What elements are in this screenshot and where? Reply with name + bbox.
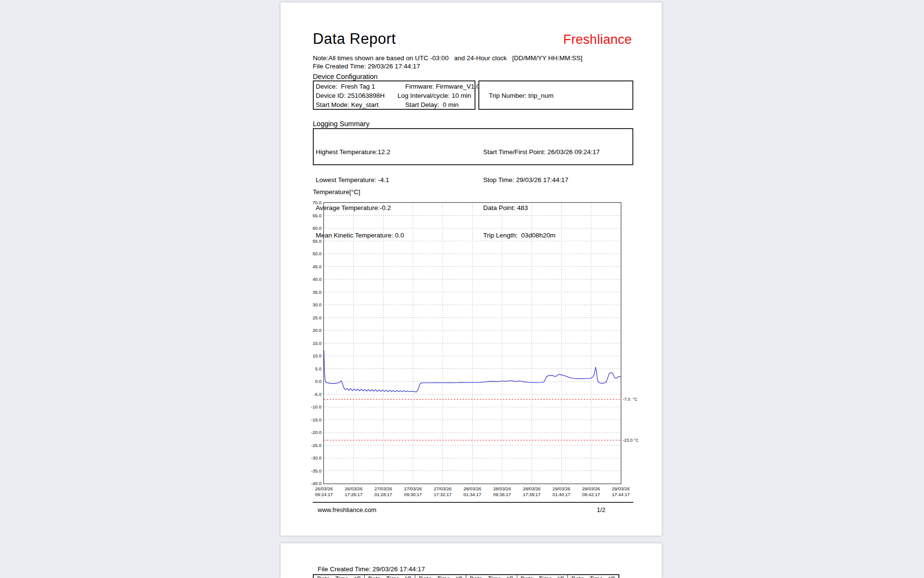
table-header-cell: DateTime°C	[415, 575, 466, 578]
date-column-label: Date	[470, 576, 482, 578]
y-axis-tick-label: 25.0	[301, 315, 321, 320]
y-axis-tick-label: 30.0	[301, 302, 321, 307]
date-column-label: Date	[368, 576, 381, 578]
data-table-header: DateTime°CDateTime°CDateTime°CDateTime°C…	[313, 574, 619, 578]
start-mode-label: Start Mode: Key_start	[316, 100, 405, 109]
file-created-line-page2: File Created Time: 29/03/26 17:44:17	[318, 565, 425, 573]
device-config-heading: Device Configuration	[313, 73, 378, 80]
stop-time: Stop Time: 29/03/26 17:44:17	[483, 175, 600, 184]
time-column-label: Time	[335, 576, 348, 578]
x-axis-tick-label: 28/03/2617:38:17	[517, 486, 547, 497]
x-axis-time-label: 01:40:17	[547, 492, 577, 498]
x-axis-tick-label: 28/03/2601:34:17	[458, 486, 488, 497]
y-axis-tick-label: 0.0	[301, 379, 321, 384]
footer-website-link[interactable]: www.freshliance.com	[318, 506, 376, 513]
date-column-label: Date	[521, 576, 533, 578]
temp-column-label: °C	[405, 576, 411, 578]
y-axis-tick-label: -20.0	[301, 430, 321, 435]
y-axis-tick-label: 50.0	[301, 251, 321, 256]
y-axis-tick-label: -25.0	[301, 443, 321, 448]
time-column-label: Time	[437, 576, 450, 578]
brand-logo-text: Freshliance	[563, 32, 632, 47]
date-column-label: Date	[571, 576, 584, 578]
x-axis-date-label: 28/03/26	[487, 486, 517, 492]
temp-column-label: °C	[557, 576, 564, 578]
x-axis-date-label: 27/03/26	[398, 486, 428, 492]
time-column-label: Time	[590, 576, 603, 578]
y-axis-tick-label: 35.0	[301, 290, 321, 295]
chart-title: Temperature[°C]	[313, 188, 360, 196]
lowest-temperature: Lowest Temperature: -4.1	[316, 175, 404, 184]
x-axis-time-label: 17:26:17	[339, 492, 369, 498]
device-config-row: Start Mode: Key_start Start Delay: 0 min	[316, 100, 473, 109]
x-axis-time-label: 09:24:17	[309, 492, 339, 498]
temp-column-label: °C	[456, 576, 462, 578]
x-axis-tick-label: 27/03/2601:28:17	[368, 486, 398, 497]
x-axis-tick-label: 29/03/2617:44:17	[606, 486, 636, 497]
temperature-line	[324, 350, 621, 392]
x-axis-date-label: 28/03/26	[458, 486, 488, 492]
log-interval-label: Log Interval/cycle: 10 min	[398, 91, 473, 100]
device-id-label: Device ID: 251063898H	[316, 91, 398, 100]
x-axis-time-label: 01:34:17	[458, 492, 488, 498]
timezone-note: Note:All times shown are based on UTC -0…	[313, 54, 582, 62]
x-axis-tick-label: 28/03/2609:36:17	[487, 486, 517, 497]
x-axis-tick-label: 27/03/2609:30:17	[398, 486, 428, 497]
x-axis-tick-label: 27/03/2617:32:17	[428, 486, 458, 497]
y-axis-tick-label: 15.0	[301, 341, 321, 346]
y-axis-tick-label: 10.0	[301, 354, 321, 358]
x-axis-time-label: 09:42:17	[576, 492, 606, 498]
device-label: Device: Fresh Tag 1	[316, 82, 405, 91]
x-axis-date-label: 26/03/26	[309, 486, 339, 492]
device-config-row: Device: Fresh Tag 1 Firmware: Firmware_V…	[316, 82, 473, 91]
y-axis-tick-label: 70.0	[301, 200, 321, 205]
y-axis-tick-label: 45.0	[301, 264, 321, 269]
y-axis-tick-label: -10.0	[301, 405, 321, 409]
highest-temperature: Highest Temperature:12.2	[316, 147, 404, 157]
time-column-label: Time	[386, 576, 399, 578]
y-axis-tick-label: 65.0	[301, 213, 321, 218]
x-axis-time-label: 01:28:17	[368, 492, 398, 498]
footer-page-number: 1/2	[597, 506, 605, 513]
y-axis-tick-label: 20.0	[301, 328, 321, 333]
y-axis-tick-label: -30.0	[301, 456, 321, 460]
y-axis-tick-label: 40.0	[301, 277, 321, 282]
firmware-label: Firmware: Firmware_V1.0	[405, 82, 480, 91]
temp-column-label: °C	[354, 576, 361, 578]
y-axis-tick-label: -5.0	[301, 392, 321, 397]
x-axis-date-label: 29/03/26	[606, 486, 636, 492]
file-created-line: File Created Time: 29/03/26 17:44:17	[313, 63, 420, 70]
threshold-value-label: -23.0 °C	[623, 438, 639, 443]
x-axis-time-label: 09:30:17	[398, 492, 428, 498]
temperature-plot-area	[324, 203, 621, 484]
table-header-cell: DateTime°C	[568, 575, 618, 578]
trip-number-label: Trip Number: trip_num	[489, 92, 554, 99]
x-axis-time-label: 17:32:17	[428, 492, 458, 498]
report-page-2: File Created Time: 29/03/26 17:44:17 Dat…	[281, 543, 662, 578]
y-axis-tick-label: 55.0	[301, 239, 321, 244]
x-axis-tick-label: 26/03/2609:24:17	[309, 486, 339, 497]
footer-divider	[313, 502, 633, 503]
trip-number-box: Trip Number: trip_num	[478, 80, 633, 110]
logging-summary-heading: Logging Summary	[313, 120, 370, 128]
x-axis-date-label: 28/03/26	[517, 486, 547, 492]
y-axis-tick-label: -15.0	[301, 418, 321, 422]
date-column-label: Date	[317, 576, 330, 578]
time-column-label: Time	[488, 576, 501, 578]
device-config-row: Device ID: 251063898H Log Interval/cycle…	[316, 91, 473, 100]
y-axis-tick-label: 60.0	[301, 226, 321, 231]
x-axis-date-label: 26/03/26	[339, 486, 369, 492]
table-header-cell: DateTime°C	[517, 575, 568, 578]
x-axis-tick-label: 29/03/2609:42:17	[576, 486, 606, 497]
x-axis-tick-label: 26/03/2617:26:17	[339, 486, 369, 497]
device-config-box: Device: Fresh Tag 1 Firmware: Firmware_V…	[313, 80, 475, 110]
x-axis-date-label: 27/03/26	[368, 486, 398, 492]
start-time-first-point: Start Time/First Point: 26/03/26 09:24:1…	[483, 147, 600, 157]
start-delay-label: Start Delay: 0 min	[405, 100, 473, 109]
report-page-1: Data Report Freshliance Note:All times s…	[281, 2, 662, 536]
x-axis-date-label: 29/03/26	[547, 486, 577, 492]
table-header-cell: DateTime°C	[466, 575, 517, 578]
page-title: Data Report	[313, 30, 396, 48]
table-header-cell: DateTime°C	[365, 575, 416, 578]
logging-summary-box: Highest Temperature:12.2 Lowest Temperat…	[313, 128, 633, 165]
